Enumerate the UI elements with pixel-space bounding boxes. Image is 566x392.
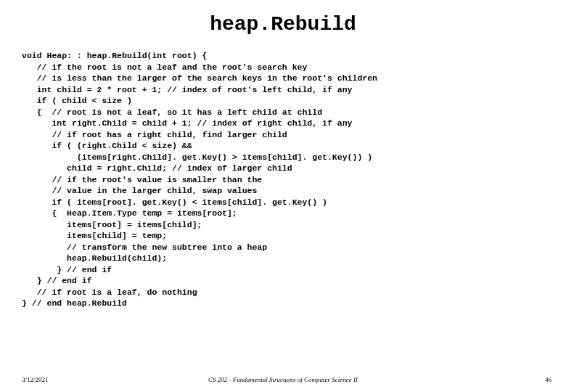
slide-title: heap.Rebuild: [0, 13, 566, 36]
footer-page: 46: [545, 376, 551, 383]
code-block: void Heap: : heap.Rebuild(int root) { //…: [22, 50, 566, 309]
footer-course: CS 202 - Fundamental Structures of Compu…: [0, 376, 566, 383]
